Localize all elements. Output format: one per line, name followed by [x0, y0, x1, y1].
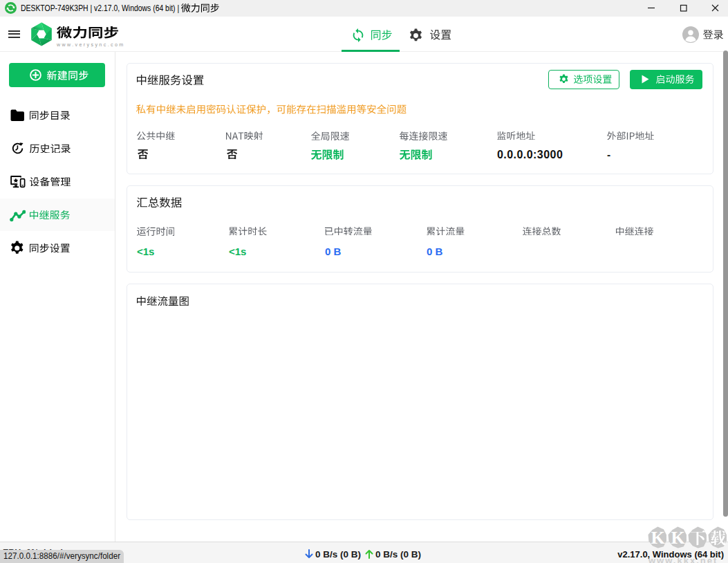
svg-text:K: K [651, 528, 665, 548]
svg-text:K: K [671, 528, 685, 548]
